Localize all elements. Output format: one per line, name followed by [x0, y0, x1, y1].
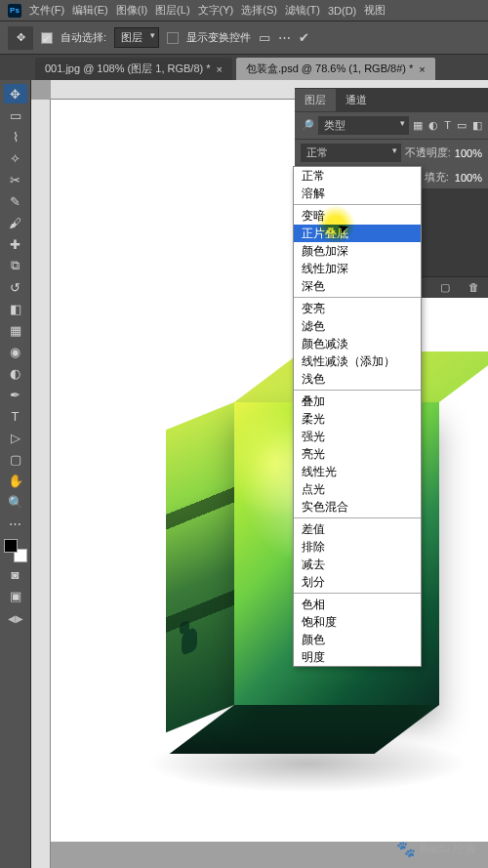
marquee-tool[interactable]: ▭	[4, 105, 27, 125]
blend-item[interactable]: 滤色	[294, 317, 421, 335]
blend-item[interactable]: 点光	[294, 480, 421, 498]
pen-tool[interactable]: ✒	[4, 385, 27, 404]
blend-mode-menu: 正常 溶解 变暗 正片叠底 颜色加深 线性加深 深色 变亮 滤色 颜色减淡 线性…	[293, 166, 422, 667]
lasso-tool[interactable]: ⌇	[4, 127, 27, 146]
paw-icon: 🐾	[396, 840, 416, 858]
opacity-label: 不透明度:	[405, 145, 451, 160]
eyedropper-tool[interactable]: ✎	[4, 191, 27, 211]
blend-item[interactable]: 变亮	[294, 300, 421, 317]
close-icon[interactable]: ×	[217, 63, 223, 75]
blend-item[interactable]: 浅色	[294, 370, 421, 388]
healing-tool[interactable]: ✚	[4, 234, 27, 254]
blend-item[interactable]: 明度	[294, 648, 421, 666]
align-icon[interactable]: ▭	[259, 30, 270, 45]
watermark-text: Baidu 经验	[420, 841, 476, 857]
watermark: 🐾 Baidu 经验	[396, 840, 476, 858]
blend-item[interactable]: 排除	[294, 538, 421, 556]
blend-item[interactable]: 溶解	[294, 185, 421, 202]
blend-item[interactable]: 颜色减淡	[294, 335, 421, 352]
commit-icon[interactable]: ✔	[299, 30, 309, 45]
path-tool[interactable]: ▷	[4, 428, 27, 447]
blend-item[interactable]: 变暗	[294, 207, 421, 225]
close-icon[interactable]: ×	[419, 63, 425, 75]
color-swatches[interactable]	[4, 539, 27, 562]
tab-label: 001.jpg @ 108% (图层 1, RGB/8) *	[45, 62, 211, 76]
tab-channels[interactable]: 通道	[336, 89, 377, 111]
clone-tool[interactable]: ⧉	[4, 256, 27, 275]
move-tool-icon[interactable]: ✥	[8, 26, 33, 50]
blend-item[interactable]: 划分	[294, 573, 421, 591]
blend-item[interactable]: 正常	[294, 167, 421, 185]
show-transform-label: 显示变换控件	[186, 30, 251, 45]
blend-item[interactable]: 减去	[294, 556, 421, 573]
menu-bar: Ps 文件(F) 编辑(E) 图像(I) 图层(L) 文字(Y) 选择(S) 滤…	[0, 0, 488, 21]
tab-layers[interactable]: 图层	[295, 89, 336, 111]
blur-tool[interactable]: ◉	[4, 342, 27, 361]
search-icon[interactable]: 🔎	[301, 119, 314, 132]
auto-select-label: 自动选择:	[61, 30, 106, 45]
menu-image[interactable]: 图像(I)	[116, 3, 147, 18]
blend-item[interactable]: 颜色加深	[294, 242, 421, 260]
magic-wand-tool[interactable]: ✧	[4, 148, 27, 168]
blend-item[interactable]: 正片叠底	[294, 225, 421, 242]
blend-item[interactable]: 亮光	[294, 445, 421, 463]
options-bar: ✥ ✔ 自动选择: 图层 显示变换控件 ▭ ⋯ ✔	[0, 21, 488, 55]
blend-item[interactable]: 差值	[294, 520, 421, 538]
blend-item[interactable]: 柔光	[294, 410, 421, 428]
new-layer-icon[interactable]: ▢	[440, 281, 450, 294]
fill-label: 填充:	[425, 170, 449, 185]
zoom-tool[interactable]: 🔍	[4, 492, 27, 512]
eraser-tool[interactable]: ◧	[4, 299, 27, 318]
more-options-icon[interactable]: ⋯	[278, 30, 291, 45]
opacity-value[interactable]: 100%	[455, 147, 482, 159]
gradient-tool[interactable]: ▦	[4, 320, 27, 340]
menu-type[interactable]: 文字(Y)	[198, 3, 234, 18]
tab-label: 包装盒.psd @ 78.6% (1, RGB/8#) *	[246, 62, 413, 76]
hand-tool[interactable]: ✋	[4, 471, 27, 490]
quick-mask-tool[interactable]: ◙	[4, 564, 27, 584]
document-tab[interactable]: 001.jpg @ 108% (图层 1, RGB/8) * ×	[35, 58, 232, 80]
blend-item[interactable]: 线性光	[294, 463, 421, 480]
brush-tool[interactable]: 🖌	[4, 213, 27, 232]
toolbar: ✥ ▭ ⌇ ✧ ✂ ✎ 🖌 ✚ ⧉ ↺ ◧ ▦ ◉ ◐ ✒ T ▷ ▢ ✋ 🔍 …	[0, 80, 31, 868]
menu-3d[interactable]: 3D(D)	[328, 5, 356, 17]
edit-toolbar[interactable]: ⋯	[4, 514, 27, 533]
blend-item[interactable]: 深色	[294, 277, 421, 295]
foreground-color[interactable]	[4, 539, 18, 553]
shape-tool[interactable]: ▢	[4, 449, 27, 469]
crop-tool[interactable]: ✂	[4, 170, 27, 189]
document-tabs: 001.jpg @ 108% (图层 1, RGB/8) * × 包装盒.psd…	[0, 55, 488, 80]
screen-mode-tool[interactable]: ▣	[4, 586, 27, 605]
dodge-tool[interactable]: ◐	[4, 363, 27, 383]
auto-select-target-dropdown[interactable]: 图层	[114, 27, 159, 48]
move-tool[interactable]: ✥	[4, 84, 27, 103]
blend-item[interactable]: 饱和度	[294, 613, 421, 631]
deer-silhouette-icon	[176, 609, 205, 670]
menu-edit[interactable]: 编辑(E)	[72, 3, 108, 18]
show-transform-checkbox[interactable]	[167, 32, 179, 44]
app-logo-icon: Ps	[8, 4, 21, 18]
blend-mode-dropdown[interactable]: 正常	[301, 144, 401, 162]
type-tool[interactable]: T	[4, 406, 27, 426]
auto-select-checkbox[interactable]: ✔	[41, 32, 53, 44]
blend-item[interactable]: 叠加	[294, 393, 421, 410]
fill-value[interactable]: 100%	[455, 172, 482, 184]
blend-item[interactable]: 线性加深	[294, 260, 421, 277]
vertical-ruler[interactable]	[31, 100, 51, 868]
blend-item[interactable]: 强光	[294, 428, 421, 445]
blend-item[interactable]: 色相	[294, 596, 421, 613]
blend-item[interactable]: 线性减淡（添加）	[294, 352, 421, 370]
menu-view[interactable]: 视图	[364, 3, 386, 18]
blend-item[interactable]: 颜色	[294, 631, 421, 648]
history-brush-tool[interactable]: ↺	[4, 277, 27, 297]
menu-select[interactable]: 选择(S)	[241, 3, 277, 18]
delete-layer-icon[interactable]: 🗑	[468, 281, 479, 294]
menu-layer[interactable]: 图层(L)	[155, 3, 189, 18]
menu-filter[interactable]: 滤镜(T)	[285, 3, 320, 18]
menu-file[interactable]: 文件(F)	[29, 3, 64, 18]
filter-kind-dropdown[interactable]: 类型	[318, 116, 409, 135]
collapse-icon[interactable]: ◀▶	[4, 613, 27, 624]
filter-icons[interactable]: ▦◐T▭◧	[413, 119, 482, 132]
blend-item[interactable]: 实色混合	[294, 498, 421, 516]
document-tab[interactable]: 包装盒.psd @ 78.6% (1, RGB/8#) * ×	[236, 58, 435, 80]
